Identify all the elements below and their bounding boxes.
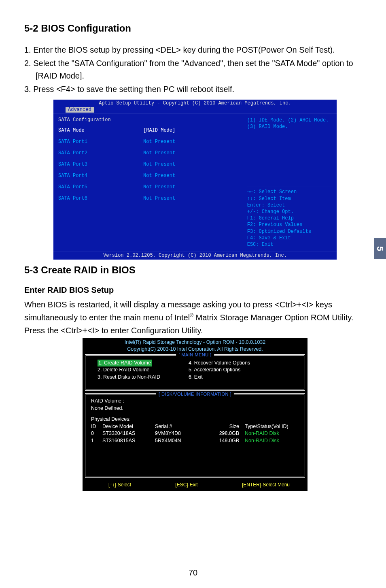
raid-header: Intel(R) Rapid Storage Technology - Opti… <box>83 338 308 354</box>
dev1-type: Non-RAID Disk <box>245 437 300 445</box>
sata-port1-row: SATA Port1Not Present <box>58 139 238 145</box>
bios-tab-bar: Advanced <box>53 107 337 113</box>
bios-right-pane: (1) IDE Mode. (2) AHCI Mode. (3) RAID Mo… <box>243 114 337 251</box>
k: SATA Port6 <box>58 196 143 201</box>
sata-mode-key: SATA Mode <box>58 128 143 133</box>
v: Not Present <box>143 162 175 167</box>
intro-step-1: 1. Enter the BIOS setup by pressing <DEL… <box>24 44 366 56</box>
v: Not Present <box>143 173 175 179</box>
device-table: ID Device Model Serial # Size Type/Statu… <box>91 423 300 445</box>
col-type: Type/Status(Vol ID) <box>245 423 300 430</box>
menu-delete-raid: 2. Delete RAID Volume <box>98 366 160 374</box>
menu-exit: 6. Exit <box>189 374 250 381</box>
dev0-model: ST3320418AS <box>102 430 155 437</box>
bios-header: Aptio Setup Utility - Copyright (C) 2010… <box>53 100 337 107</box>
sata-config-title: SATA Configuration <box>58 117 238 123</box>
section-heading-5-2: 5-2 BIOS Configuration <box>24 23 366 34</box>
k: SATA Port4 <box>58 173 143 179</box>
dev1-model: ST3160815AS <box>102 437 155 445</box>
raid-info-box: [ DISK/VOLUME INFORMATION ] RAID Volume … <box>85 393 305 478</box>
bios-footer: Version 2.02.1205. Copyright (C) 2010 Am… <box>53 251 337 260</box>
menu-recover-volume: 4. Recover Volume Options <box>189 360 250 367</box>
k: SATA Port1 <box>58 139 143 145</box>
dev0-type: Non-RAID Disk <box>245 430 300 437</box>
sata-port2-row: SATA Port2Not Present <box>58 150 238 156</box>
main-menu-title: [ MAIN MENU ] <box>176 352 214 357</box>
sata-port4-row: SATA Port4Not Present <box>58 173 238 179</box>
bios-left-pane: SATA Configuration SATA Mode [RAID Mode]… <box>53 114 243 251</box>
key-enter: [ENTER]-Select Menu <box>242 482 290 488</box>
dev0-size: 298.0GB <box>204 430 245 437</box>
raid-volume-label: RAID Volume : <box>91 398 300 405</box>
intro-step-2: 2. Select the "SATA Configuration" from … <box>24 57 366 82</box>
col-model: Device Model <box>102 423 155 430</box>
v: Not Present <box>143 150 175 156</box>
k: SATA Port5 <box>58 184 143 190</box>
bios-tab-advanced: Advanced <box>66 107 94 113</box>
v: Not Present <box>143 184 175 190</box>
sata-port3-row: SATA Port3Not Present <box>58 162 238 167</box>
sata-mode-row: SATA Mode [RAID Mode] <box>58 128 238 133</box>
section-heading-5-3: 5-3 Create RAID in BIOS <box>24 264 366 276</box>
menu-col-left: 1. Create RAID Volume 2. Delete RAID Vol… <box>98 360 160 381</box>
raid-option-rom-screenshot: Intel(R) Rapid Storage Technology - Opti… <box>83 338 308 491</box>
raid-footer-keys: [↑↓]-Select [ESC]-Exit [ENTER]-Select Me… <box>83 480 308 489</box>
col-id: ID <box>91 423 102 430</box>
dev1-id: 1 <box>91 437 102 445</box>
bios-hint-bottom: →←: Select Screen ↑↓: Select Item Enter:… <box>247 187 333 248</box>
raid-main-menu-box: [ MAIN MENU ] 1. Create RAID Volume 2. D… <box>85 354 305 391</box>
sata-mode-val: [RAID Mode] <box>143 128 175 133</box>
sata-port5-row: SATA Port5Not Present <box>58 184 238 190</box>
intro-step-3: 3. Press <F4> to save the setting then P… <box>24 83 366 96</box>
bios-body: SATA Configuration SATA Mode [RAID Mode]… <box>53 113 337 251</box>
menu-col-right: 4. Recover Volume Options 5. Acceleratio… <box>189 360 250 381</box>
bios-hint-top: (1) IDE Mode. (2) AHCI Mode. (3) RAID Mo… <box>247 117 333 130</box>
menu-create-raid: 1. Create RAID Volume <box>98 360 152 367</box>
raid-header-line1: Intel(R) Rapid Storage Technology - Opti… <box>83 339 308 346</box>
physical-devices-label: Physical Devices: <box>91 416 300 423</box>
registered-mark: ® <box>190 313 193 318</box>
raid-volume-none: None Defined. <box>91 405 300 412</box>
dev0-id: 0 <box>91 430 102 437</box>
spacer <box>91 412 300 416</box>
col-serial: Serial # <box>155 423 204 430</box>
raid-header-line2: Copyright(C) 2003-10 Intel Corporation. … <box>83 346 308 353</box>
info-title: [ DISK/VOLUME INFORMATION ] <box>156 391 234 397</box>
subheading-enter-raid: Enter RAID BIOS Setup <box>24 285 366 295</box>
v: Not Present <box>143 139 175 145</box>
v: Not Present <box>143 196 175 201</box>
intro-steps-list: 1. Enter the BIOS setup by pressing <DEL… <box>24 44 366 96</box>
dev1-size: 149.0GB <box>204 437 245 445</box>
sata-port6-row: SATA Port6Not Present <box>58 196 238 201</box>
side-chapter-number: 5 <box>375 246 385 251</box>
dev0-serial: 9VM8Y4D8 <box>155 430 204 437</box>
menu-acceleration: 5. Acceleration Options <box>189 366 250 374</box>
k: SATA Port3 <box>58 162 143 167</box>
menu-columns: 1. Create RAID Volume 2. Delete RAID Vol… <box>98 360 300 381</box>
menu-reset-disks: 3. Reset Disks to Non-RAID <box>98 374 160 381</box>
key-select: [↑↓]-Select <box>108 482 131 488</box>
dev1-serial: 5RX4M04N <box>155 437 204 445</box>
page-number: 70 <box>189 568 197 577</box>
bios-screenshot: Aptio Setup Utility - Copyright (C) 2010… <box>53 100 337 260</box>
k: SATA Port2 <box>58 150 143 156</box>
side-chapter-tab: 5 <box>374 238 386 259</box>
col-size: Size <box>204 423 245 430</box>
key-exit: [ESC]-Exit <box>175 482 197 488</box>
raid-intro-paragraph: When BIOS is restarted, it will display … <box>24 298 366 337</box>
